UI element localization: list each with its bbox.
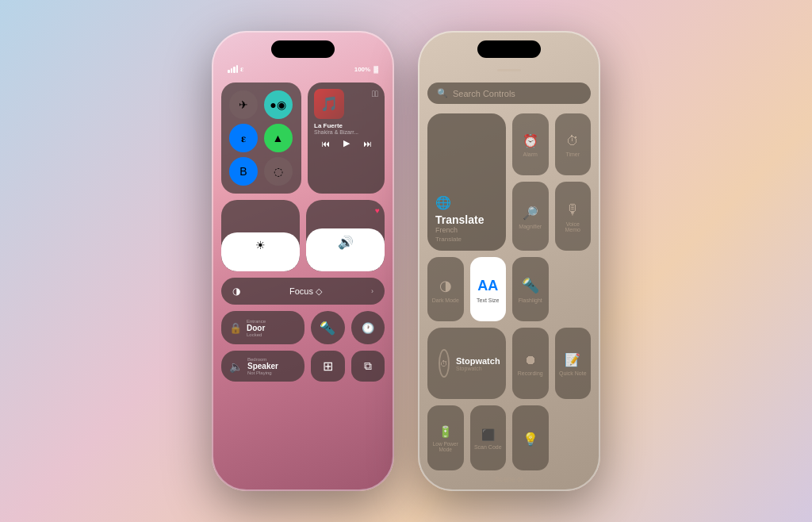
text-size-icon: AA: [477, 278, 498, 294]
low-power-tile[interactable]: 🔋 Low Power Mode: [427, 405, 464, 470]
speaker-name: Speaker: [247, 362, 278, 370]
dynamic-island-1: [271, 40, 335, 58]
flashlight-tile-icon: 🔦: [522, 277, 539, 294]
music-artist: Shakira & Bizarr...: [314, 129, 378, 135]
recording-icon: ⏺: [524, 353, 537, 367]
door-status: Locked: [247, 332, 266, 337]
volume-fill: 🔊: [306, 228, 385, 271]
low-power-label: Low Power Mode: [431, 441, 461, 452]
scan-code-icon: ⬛: [481, 428, 495, 441]
scan-code-tile[interactable]: ⬛ Scan Code: [470, 405, 507, 470]
quick-note-label: Quick Note: [559, 370, 587, 376]
brightness-volume-sliders: ☀ 🔊 ♥ ♪: [221, 200, 385, 271]
volume-icon: 🔊: [338, 235, 354, 250]
signal-area: 𝛆: [228, 64, 243, 74]
flashlight-tile[interactable]: 🔦 Flashlight: [512, 257, 549, 321]
battery-percent: 100%: [354, 66, 370, 73]
scan-code-label: Scan Code: [474, 444, 502, 450]
vpn-button[interactable]: ◌: [264, 157, 293, 186]
brightness-slider[interactable]: ☀: [221, 200, 300, 271]
quick-note-icon: 📝: [565, 352, 580, 367]
dark-mode-icon: ◑: [439, 277, 452, 294]
airplane-mode-button[interactable]: ✈: [229, 90, 258, 119]
magnifier-icon: 🔎: [523, 205, 538, 221]
status-bar-1: 𝛆 100% ▓: [212, 64, 394, 74]
battery-icon: ▓: [373, 66, 378, 73]
timer-tile[interactable]: ⏱ Timer: [555, 113, 592, 175]
next-button[interactable]: ⏭: [363, 139, 372, 148]
cellular-button[interactable]: ▲: [264, 124, 293, 152]
stopwatch-name: Stopwatch: [456, 356, 500, 366]
control-center-1: ✈ ●◉ 𝛆 ▲ B ◌ 🎵 ▷⃝ La Fuerte Shakira & Bi…: [221, 83, 385, 475]
cellular-signal: [228, 65, 238, 73]
music-widget[interactable]: 🎵 ▷⃝ La Fuerte Shakira & Bizarr... ⏮ ▶ ⏭: [308, 83, 385, 194]
stopwatch-text: Stopwatch Stopwatch: [456, 356, 500, 371]
row-connectivity-music: ✈ ●◉ 𝛆 ▲ B ◌ 🎵 ▷⃝ La Fuerte Shakira & Bi…: [221, 83, 385, 194]
recording-tile[interactable]: ⏺ Recording: [512, 328, 549, 399]
alarm-icon: ⏰: [523, 133, 538, 148]
stopwatch-label: Stopwatch: [456, 366, 500, 371]
low-power-icon: 🔋: [439, 425, 452, 438]
door-text: Entrance Door Locked: [247, 319, 266, 337]
speaker-status: Not Playing: [247, 370, 278, 375]
text-size-tile[interactable]: AA Text Size: [470, 257, 507, 321]
speaker-button[interactable]: 🔈 Bedroom Speaker Not Playing: [221, 351, 304, 382]
flashlight-label: Flashlight: [519, 297, 542, 303]
control-center-2: 🔍 Search Controls 🌐 Translate French Tra…: [418, 83, 600, 491]
lock-icon: 🔒: [229, 322, 242, 334]
status-indicator: [497, 69, 521, 71]
magnifier-tile[interactable]: 🔎 Magnifier: [512, 182, 549, 251]
clock-button[interactable]: 🕐: [351, 311, 385, 344]
voice-memo-tile[interactable]: 🎙 Voice Memo: [555, 182, 592, 251]
magnifier-label: Magnifier: [519, 224, 542, 229]
focus-row[interactable]: ◑ Focus ◇ ›: [221, 278, 385, 305]
brightness-fill: ☀: [221, 232, 300, 272]
search-placeholder: Search Controls: [453, 89, 515, 98]
door-name: Door: [247, 324, 266, 332]
phone-1: 𝛆 100% ▓ ✈ ●◉ 𝛆 ▲ B ◌ 🎵 ▷⃝ La Fuerte Sha…: [212, 31, 394, 491]
flashlight-button[interactable]: 🔦: [311, 311, 345, 344]
airplay-icon[interactable]: ▷⃝: [372, 89, 378, 98]
bluetooth-button[interactable]: B: [229, 157, 258, 186]
connectivity-grid: ✈ ●◉ 𝛆 ▲ B ◌: [221, 83, 301, 194]
airdrop-button[interactable]: ●◉: [264, 90, 293, 119]
translate-tile[interactable]: 🌐 Translate French Translate: [427, 113, 506, 251]
entrance-door-button[interactable]: 🔒 Entrance Door Locked: [221, 311, 304, 344]
dark-mode-tile[interactable]: ◑ Dark Mode: [427, 257, 464, 321]
search-controls-bar[interactable]: 🔍 Search Controls: [427, 83, 591, 104]
music-note-float: ♪: [381, 236, 385, 245]
dynamic-island-2: [477, 40, 541, 58]
stopwatch-circle: ⏱: [439, 349, 450, 378]
translate-icon: 🌐: [435, 195, 498, 210]
alarm-tile[interactable]: ⏰ Alarm: [512, 113, 549, 175]
controls-grid: 🌐 Translate French Translate ⏰ Alarm ⏱ T…: [427, 113, 591, 470]
heart-icon: ♥: [375, 206, 380, 215]
music-controls: ⏮ ▶ ⏭: [314, 138, 378, 148]
row-door: 🔒 Entrance Door Locked 🔦 🕐: [221, 311, 385, 344]
speaker-text: Bedroom Speaker Not Playing: [247, 357, 278, 375]
volume-slider[interactable]: 🔊: [306, 200, 385, 271]
moon-icon: ◑: [232, 286, 240, 297]
translate-language: French: [435, 226, 498, 234]
calculator-button[interactable]: ⊞: [311, 351, 345, 382]
focus-label: Focus ◇: [289, 286, 322, 297]
phone-2: 🔍 Search Controls 🌐 Translate French Tra…: [418, 31, 600, 491]
stopwatch-circle-icon: ⏱: [440, 359, 448, 368]
alarm-label: Alarm: [523, 152, 538, 157]
battery-area: 100% ▓: [354, 66, 378, 73]
screen-mirror-button[interactable]: ⧉: [351, 351, 385, 382]
door-pre-label: Entrance: [247, 319, 266, 324]
translate-label: Translate: [435, 236, 498, 243]
wifi-button[interactable]: 𝛆: [229, 124, 258, 152]
quick-note-tile[interactable]: 📝 Quick Note: [555, 328, 592, 399]
light-tile[interactable]: 💡: [512, 405, 549, 470]
row-sliders: ☀ 🔊 ♥ ♪: [221, 200, 385, 271]
prev-button[interactable]: ⏮: [321, 139, 330, 148]
row-speaker: 🔈 Bedroom Speaker Not Playing ⊞ ⧉: [221, 351, 385, 382]
play-button[interactable]: ▶: [343, 138, 350, 148]
stopwatch-tile[interactable]: ⏱ Stopwatch Stopwatch: [427, 328, 506, 399]
recording-label: Recording: [518, 370, 543, 376]
wifi-icon: 𝛆: [240, 64, 243, 74]
music-title: La Fuerte: [314, 122, 378, 129]
voice-memo-icon: 🎙: [565, 202, 580, 218]
